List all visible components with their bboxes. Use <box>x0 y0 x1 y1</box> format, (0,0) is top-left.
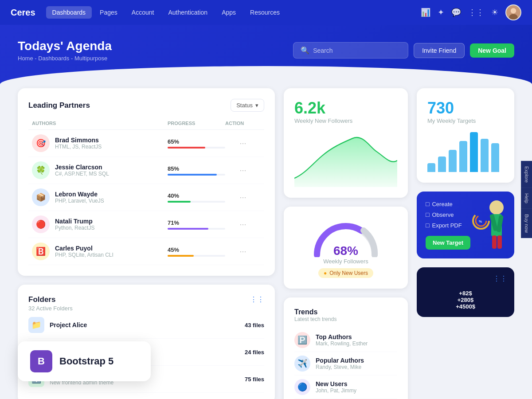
header-text: Todays' Agenda Home - Dashboards - Multi… <box>18 39 112 62</box>
partner-info: 🔴 Natali Trump Python, ReactJS <box>32 215 168 233</box>
partner-skills: HTML, JS, ReactJS <box>55 144 102 150</box>
side-tab-buy-now[interactable]: Buy now <box>521 209 532 238</box>
folder-count: 24 files <box>245 349 264 356</box>
progress-col: 65% <box>168 138 225 149</box>
svg-point-3 <box>489 200 504 215</box>
progress-fill <box>168 201 191 203</box>
table-row: 🅱️ Carles Puyol PHP, SQLite, Artisan CLI… <box>28 238 264 265</box>
action-menu[interactable]: ··· <box>225 247 261 256</box>
partners-card: Leading Partners Status ▾ AUTHORS PROGRE… <box>18 88 275 276</box>
new-target-button[interactable]: New Target <box>426 236 470 250</box>
bar-chart-icon[interactable]: 📊 <box>421 8 430 17</box>
progress-col: 45% <box>168 246 225 257</box>
new-goal-button[interactable]: New Goal <box>470 43 514 58</box>
nav-item-pages[interactable]: Pages <box>94 6 124 19</box>
partner-info: 🎯 Brad Simmons HTML, JS, ReactJS <box>32 134 168 152</box>
search-input[interactable] <box>313 47 401 54</box>
bar <box>481 139 489 172</box>
nav-item-authentication[interactable]: Authentication <box>162 6 214 19</box>
gauge-label: Weekly Followers <box>318 258 373 265</box>
action-menu[interactable]: ··· <box>225 193 261 202</box>
bar <box>449 150 457 172</box>
nav-item-dashboards[interactable]: Dashboards <box>46 6 92 19</box>
folders-title: Folders <box>28 295 73 304</box>
partners-header: Leading Partners Status ▾ <box>28 99 264 112</box>
bootstrap-title: Bootstrap 5 <box>59 356 113 367</box>
bar <box>491 143 499 172</box>
message-icon[interactable]: 💬 <box>451 8 461 17</box>
status-dropdown[interactable]: Status ▾ <box>231 99 264 112</box>
targets-bar-chart <box>427 128 504 172</box>
dark-stat: +280$ <box>424 297 507 303</box>
bar <box>438 156 446 172</box>
action-menu[interactable]: ··· <box>225 166 261 175</box>
nav-items: Dashboards Pages Account Authentication … <box>46 6 421 19</box>
followers-chart <box>294 129 397 187</box>
progress-fill <box>168 228 208 230</box>
trends-card: Trends Latest tech trends 🅿️ Top Authors… <box>284 297 408 399</box>
partner-name: Jessie Clarcson <box>55 164 109 171</box>
gauge-percentage: 68% <box>318 244 373 258</box>
trend-name: New Users <box>316 380 356 387</box>
trend-icon: 🔵 <box>294 379 310 395</box>
action-menu[interactable]: ··· <box>225 220 261 229</box>
dark-stat: +4500$ <box>424 303 507 310</box>
search-icon: 🔍 <box>301 46 309 55</box>
breadcrumb: Home - Dashboards - Multipurpose <box>18 55 112 62</box>
side-tabs: Explore Help Buy now <box>521 161 532 238</box>
partner-name: Lebron Wayde <box>55 191 104 198</box>
nav-item-account[interactable]: Account <box>125 6 160 19</box>
followers-number: 6.2k <box>294 99 397 117</box>
progress-fill <box>168 174 217 176</box>
nav-item-resources[interactable]: Resources <box>244 6 286 19</box>
targets-card: 730 My Weekly Targets <box>417 88 514 183</box>
bar <box>459 141 467 172</box>
user-avatar[interactable] <box>505 4 521 20</box>
svg-rect-8 <box>497 235 502 249</box>
svg-point-1 <box>511 8 516 13</box>
page-title: Todays' Agenda <box>18 39 112 53</box>
nav-item-apps[interactable]: Apps <box>215 6 242 19</box>
progress-col: 40% <box>168 192 225 203</box>
invite-friend-button[interactable]: Invite Friend <box>414 43 465 58</box>
table-row: 📦 Lebron Wayde PHP, Laravel, VueJS 40% ·… <box>28 184 264 211</box>
trends-subtitle: Latest tech trends <box>294 316 397 322</box>
progress-pct: 65% <box>168 138 225 145</box>
list-item: ✈️ Popular Authors Randy, Steve, Mike <box>294 352 397 376</box>
grid-icon[interactable]: ⋮⋮ <box>468 8 484 17</box>
partner-info: 🍀 Jessie Clarcson C#, ASP.NET, MS SQL <box>32 161 168 179</box>
trends-list: 🅿️ Top Authors Mark, Rowling, Esther ✈️ … <box>294 329 397 399</box>
trend-sub: Mark, Rowling, Esther <box>316 340 368 347</box>
side-tab-help[interactable]: Help <box>521 188 532 209</box>
warning-icon: ● <box>324 270 327 276</box>
svg-point-2 <box>509 14 518 20</box>
partner-info: 📦 Lebron Wayde PHP, Laravel, VueJS <box>32 188 168 206</box>
folders-dots-icon[interactable]: ⋮⋮ <box>250 295 264 304</box>
table-row: 🎯 Brad Simmons HTML, JS, ReactJS 65% ··· <box>28 130 264 157</box>
header-controls: 🔍 Invite Friend New Goal <box>293 42 514 59</box>
brand-logo: Ceres <box>11 8 35 18</box>
partner-info: 🅱️ Carles Puyol PHP, SQLite, Artisan CLI <box>32 243 168 260</box>
progress-bar <box>168 255 225 257</box>
svg-rect-7 <box>492 235 497 249</box>
sun-icon[interactable]: ☀ <box>491 8 498 17</box>
trend-name: Top Authors <box>316 333 368 340</box>
list-item: 🅿️ Top Authors Mark, Rowling, Esther <box>294 329 397 352</box>
partners-title: Leading Partners <box>28 101 90 110</box>
bar <box>427 163 435 172</box>
bar-col <box>481 139 489 172</box>
svg-text:%: % <box>479 219 482 223</box>
targets-number: 730 <box>427 99 504 117</box>
search-box[interactable]: 🔍 <box>293 42 408 59</box>
side-tab-explore[interactable]: Explore <box>521 161 532 188</box>
trend-icon: ✈️ <box>294 356 310 372</box>
folders-header: Folders 32 Active Folders ⋮⋮ <box>28 295 264 312</box>
trends-title: Trends <box>294 308 397 316</box>
bar-col <box>438 156 446 172</box>
action-menu[interactable]: ··· <box>225 139 261 148</box>
trend-sub: John, Pat, Jimmy <box>316 387 356 394</box>
folder-name: Project Alice <box>50 321 87 329</box>
progress-bar <box>168 201 225 203</box>
sparkle-icon[interactable]: ✦ <box>438 8 444 17</box>
trend-name: Popular Authors <box>316 357 364 364</box>
